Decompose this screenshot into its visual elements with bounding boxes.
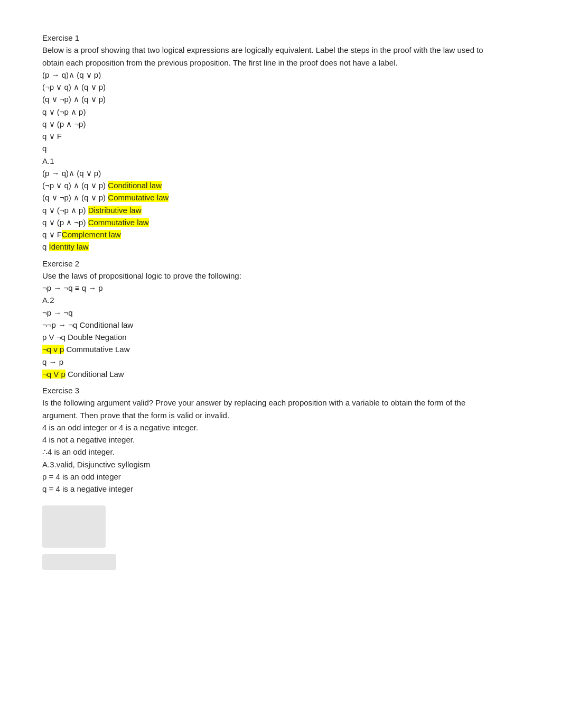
- ex2-proof-line-4: ¬q v p Commutative Law: [42, 343, 497, 355]
- bottom-image-2: [42, 554, 116, 570]
- page-content: Exercise 1 Below is a proof showing that…: [42, 32, 497, 570]
- exercise1-title: Exercise 1: [42, 32, 497, 44]
- labeled-proof-line-2: (¬p ∨ q) ∧ (q ∨ p) Conditional law: [42, 179, 497, 191]
- exercise1-description: Below is a proof showing that two logica…: [42, 44, 497, 69]
- labeled-proof-line-5: q ∨ (p ∧ ¬p) Commutative law: [42, 216, 497, 228]
- exercise2-description: Use the laws of propositional logic to p…: [42, 270, 497, 282]
- proof-line-6: q ∨ F: [42, 130, 497, 142]
- ex2-proof-line-2: ¬¬p → ¬q Conditional law: [42, 319, 497, 331]
- proof-line-7: q: [42, 142, 497, 154]
- exercise3-premise-1: 4 is an odd integer or 4 is a negative i…: [42, 421, 497, 434]
- labeled-proof-line-4: q ∨ (¬p ∧ p) Distributive law: [42, 204, 497, 216]
- labeled-proof-line-3: (q ∨ ¬p) ∧ (q ∨ p) Commutative law: [42, 191, 497, 204]
- labeled-proof-line-7: q Identity law: [42, 241, 497, 253]
- ex2-proof-line-6: ¬q V p Conditional Law: [42, 368, 497, 380]
- ex2-proof-line-5: q → p: [42, 356, 497, 368]
- exercise2-answer-label: A.2: [42, 294, 497, 306]
- exercise3-premise-2: 4 is not a negative integer.: [42, 434, 497, 446]
- label-conditional-law: Conditional law: [108, 181, 162, 190]
- exercise2-title: Exercise 2: [42, 257, 497, 270]
- proof-line-1: (p → q)∧ (q ∨ p): [42, 69, 497, 81]
- labeled-proof-line-6: q ∨ FComplement law: [42, 228, 497, 241]
- label-commutative-law-1: Commutative law: [108, 193, 169, 202]
- exercise3-title: Exercise 3: [42, 384, 497, 397]
- proof-line-5: q ∨ (p ∧ ¬p): [42, 118, 497, 130]
- bottom-image-1: [42, 505, 106, 548]
- exercise1-section: Exercise 1 Below is a proof showing that…: [42, 32, 497, 253]
- label-commutative-law-2: Commutative law: [88, 218, 149, 227]
- proof-line-2: (¬p ∨ q) ∧ (q ∨ p): [42, 81, 497, 93]
- exercise3-var-p: p = 4 is an odd integer: [42, 471, 497, 483]
- exercise2-section: Exercise 2 Use the laws of propositional…: [42, 257, 497, 381]
- label-neg-q-v-p: ¬q v p: [42, 345, 64, 354]
- ex2-proof-line-1: ¬p → ¬q: [42, 307, 497, 319]
- exercise3-conclusion: ∴4 is an odd integer.: [42, 446, 497, 458]
- exercise3-section: Exercise 3 Is the following argument val…: [42, 384, 497, 495]
- exercise2-statement: ¬p → ¬q ≡ q → p: [42, 282, 497, 294]
- labeled-proof-line-1: (p → q)∧ (q ∨ p): [42, 167, 497, 179]
- label-distributive-law: Distributive law: [88, 206, 142, 215]
- exercise3-answer: A.3.valid, Disjunctive syllogism: [42, 458, 497, 471]
- exercise1-answer-label: A.1: [42, 155, 497, 167]
- exercise3-var-q: q = 4 is a negative integer: [42, 483, 497, 495]
- label-complement-law: Complement law: [62, 230, 121, 239]
- label-identity-law: Identity law: [49, 242, 89, 251]
- exercise3-description: Is the following argument valid? Prove y…: [42, 397, 497, 421]
- ex2-proof-line-3: p V ¬q Double Negation: [42, 331, 497, 343]
- label-neg-q-V-p: ¬q V p: [42, 370, 66, 379]
- proof-line-3: (q ∨ ¬p) ∧ (q ∨ p): [42, 93, 497, 105]
- proof-line-4: q ∨ (¬p ∧ p): [42, 106, 497, 118]
